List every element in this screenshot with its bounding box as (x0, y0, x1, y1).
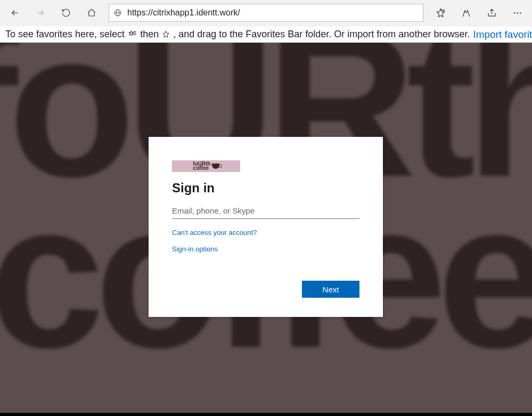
forward-button[interactable] (28, 0, 53, 26)
signin-title: Sign in (172, 181, 359, 195)
back-button[interactable] (2, 0, 28, 26)
browser-toolbar (0, 0, 532, 26)
favorites-button[interactable] (428, 0, 453, 26)
svg-point-4 (519, 12, 521, 14)
share-button[interactable] (479, 0, 504, 26)
favorites-hint-text-3: , and drag to the Favorites Bar folder. … (173, 29, 470, 40)
import-favorites-link[interactable]: Import favorites (473, 29, 532, 40)
next-button[interactable]: Next (302, 281, 359, 298)
svg-point-3 (517, 12, 518, 14)
brand-logo: foURthcoffee (172, 160, 240, 172)
favorites-hint-text-1: To see favorites here, select (5, 29, 125, 40)
favorites-star-list-icon (128, 30, 137, 39)
refresh-button[interactable] (53, 0, 79, 26)
svg-point-2 (513, 12, 515, 14)
page-viewport: foURth coffee foURthcoffee Sign in Can't… (0, 43, 532, 416)
url-input[interactable] (127, 8, 419, 18)
signin-card: foURthcoffee Sign in Can't access your a… (149, 137, 383, 317)
home-button[interactable] (79, 0, 104, 26)
favorites-hint-text-2: then (140, 29, 159, 40)
favorites-hint-bar: To see favorites here, select then , and… (0, 26, 532, 43)
site-info-icon[interactable] (113, 9, 122, 17)
identity-input[interactable] (172, 203, 359, 219)
address-bar[interactable] (109, 4, 423, 22)
toolbar-right-tools (428, 0, 530, 26)
bottom-border (0, 413, 532, 416)
signin-options-link[interactable]: Sign-in options (172, 245, 218, 253)
more-button[interactable] (504, 0, 530, 26)
reading-list-button[interactable] (453, 0, 479, 26)
cant-access-link[interactable]: Can't access your account? (172, 229, 257, 236)
favorites-star-icon (162, 30, 170, 38)
